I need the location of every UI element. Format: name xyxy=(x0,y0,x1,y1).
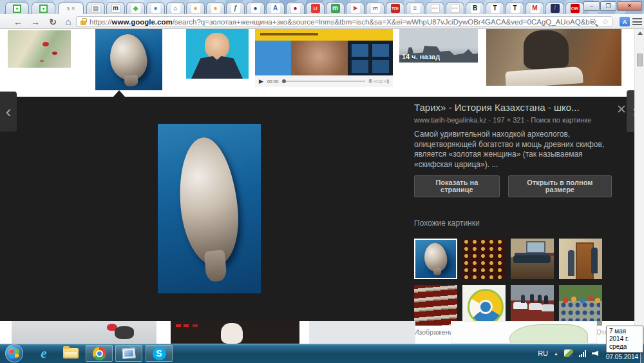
network-signal-icon[interactable] xyxy=(579,350,586,357)
thumbnail-person-in-white-headscarf[interactable] xyxy=(171,321,299,344)
date-tooltip: 7 мая 2014 г. среда xyxy=(606,326,643,353)
related-image-people-at-door[interactable] xyxy=(559,239,602,279)
gold-coin-favicon: ● xyxy=(191,4,200,13)
zoom-level-icon[interactable] xyxy=(590,19,596,25)
window-controls: – ❐ ✕ xyxy=(583,1,642,11)
result-title-link[interactable]: Тарих» - История Казахстана - шко... xyxy=(414,102,612,113)
file-explorer-icon[interactable] xyxy=(60,345,82,362)
tooltip-weekday: среда xyxy=(609,343,640,351)
show-on-page-button[interactable]: Показать на странице xyxy=(414,175,500,197)
address-bar[interactable]: https://www.google.com/search?q=золотая+… xyxy=(76,16,612,27)
thumbnail-region-map[interactable] xyxy=(451,321,597,344)
preview-image-silver-head[interactable] xyxy=(158,124,261,293)
pinned-tab[interactable]: ▤ xyxy=(86,2,105,14)
chrome-taskbar-button[interactable] xyxy=(86,345,113,362)
tsn-favicon: ТСН xyxy=(391,4,400,13)
lock-icon[interactable] xyxy=(80,21,86,25)
pinned-tab[interactable]: ● xyxy=(146,2,165,14)
tray-expand-icon[interactable]: ▲ xyxy=(554,351,558,356)
folder-icon xyxy=(63,348,79,358)
pinned-tab[interactable]: ⋯ xyxy=(426,2,444,14)
pinned-tab[interactable]: m xyxy=(326,2,345,14)
close-button[interactable]: ✕ xyxy=(617,1,642,11)
result-meta: www.tarih-begalinka.kz - 197 × 321 - Пои… xyxy=(414,116,612,124)
pinned-tab[interactable]: ≡ xyxy=(406,2,424,14)
pinned-tab[interactable]: ● xyxy=(286,2,305,14)
tab-close-icon[interactable]: × xyxy=(71,6,75,12)
thumbnail-video-player[interactable]: ▶ 00:00 ⊞ ◁ ▭ ◁) xyxy=(255,29,393,87)
pinned-tab[interactable]: T xyxy=(506,2,524,14)
related-image-metal-bracelets[interactable] xyxy=(414,285,457,326)
arrow-favicon: ➤ xyxy=(351,4,360,13)
play-icon[interactable]: ▶ xyxy=(259,78,263,84)
volume-icon[interactable] xyxy=(592,351,598,356)
thumbnail-hands-with-money[interactable] xyxy=(8,30,71,68)
green-grid-favicon: ▼ xyxy=(39,5,48,13)
clock-date: 07.05.2014 xyxy=(606,353,638,360)
translate-icon[interactable]: A xyxy=(620,17,630,26)
active-tab-google-images[interactable]: з × xyxy=(58,2,84,14)
thumbnail-age-label: 14 ч. назад xyxy=(402,53,440,61)
chrome-icon xyxy=(93,347,106,360)
previous-image-button[interactable]: ‹ xyxy=(0,92,17,132)
forward-button[interactable]: → xyxy=(29,16,42,27)
language-indicator[interactable]: RU xyxy=(538,349,548,357)
pinned-tab[interactable]: ƒ xyxy=(226,2,245,14)
pinned-tab[interactable]: ● xyxy=(186,2,205,14)
internet-explorer-icon[interactable]: e xyxy=(34,345,53,362)
related-image-gold-artifacts[interactable] xyxy=(462,239,506,279)
maximize-button[interactable]: ❐ xyxy=(600,1,616,11)
related-image-round-emblem[interactable] xyxy=(462,285,506,326)
menu-icon[interactable] xyxy=(632,18,642,25)
pinned-tab[interactable]: ● xyxy=(206,2,225,14)
minimize-button[interactable]: – xyxy=(583,1,600,11)
pinned-tab[interactable]: T xyxy=(486,2,504,14)
pinned-tab[interactable]: УП xyxy=(366,2,384,14)
bookmark-star-icon[interactable]: ☆ xyxy=(601,17,609,26)
pinned-tab[interactable]: M xyxy=(526,2,544,14)
video-extra-icons[interactable]: ⊞ ◁ ▭ ◁) xyxy=(369,79,389,84)
thumbnail-city-skyline[interactable]: 14 ч. назад xyxy=(399,29,478,63)
related-image-silver-head-sculpture[interactable] xyxy=(414,239,457,279)
related-image-police-cars[interactable] xyxy=(511,285,554,326)
pinned-tab[interactable]: B xyxy=(466,2,484,14)
pinned-tab[interactable]: LI xyxy=(306,2,325,14)
browser-tab[interactable]: ▼ xyxy=(5,2,29,14)
pinned-tab[interactable]: A xyxy=(266,2,285,14)
pinned-tab[interactable]: ТСН xyxy=(386,2,404,14)
page-scrollbar[interactable] xyxy=(634,29,644,344)
video-controls[interactable]: ▶ 00:00 ⊞ ◁ ▭ ◁) xyxy=(255,75,393,87)
thumbnail-man-portrait[interactable] xyxy=(186,29,249,79)
preview-details: Тарих» - История Казахстана - шко... www… xyxy=(414,102,612,336)
thumbnail-person-with-red-beret[interactable] xyxy=(12,321,156,344)
pinned-tab[interactable]: ➤ xyxy=(346,2,365,14)
browser-toolbar: ← → ↻ ⌂ https://www.google.com/search?q=… xyxy=(0,14,644,29)
start-button[interactable] xyxy=(5,344,23,362)
related-image-press-conference[interactable] xyxy=(511,239,554,279)
pinned-tab[interactable]: ● xyxy=(246,2,265,14)
back-button[interactable]: ← xyxy=(12,16,24,27)
reload-button[interactable]: ↻ xyxy=(46,16,59,27)
skype-taskbar-button[interactable]: S xyxy=(146,345,173,362)
pinned-tab[interactable]: CNN xyxy=(565,2,584,14)
pinned-tab[interactable]: ⌂ xyxy=(166,2,185,14)
video-progress-bar[interactable] xyxy=(282,81,365,82)
photo-viewer-icon xyxy=(122,348,135,358)
pinned-tab[interactable]: / xyxy=(545,2,564,14)
open-full-size-button[interactable]: Открыть в полном размере xyxy=(508,175,612,197)
scrollbar-thumb[interactable] xyxy=(637,54,643,66)
scrollbar-up-arrow[interactable] xyxy=(638,32,643,35)
related-image-crowd-in-blue[interactable] xyxy=(559,285,602,326)
pinned-tab[interactable]: ◆ xyxy=(126,2,145,14)
home-button[interactable]: ⌂ xyxy=(62,16,75,27)
close-preview-icon[interactable]: ✕ xyxy=(616,103,627,115)
thumbnail-man-at-desk[interactable] xyxy=(486,29,621,86)
pinned-tab[interactable]: ⋯ xyxy=(446,2,464,14)
thumbnail-silver-head-selected[interactable] xyxy=(95,29,162,90)
tray-app-icon[interactable] xyxy=(564,349,573,357)
active-tab-favicon: з xyxy=(67,5,70,12)
thumbnail-light-sky-image[interactable] xyxy=(309,321,415,344)
pinned-tab[interactable]: m xyxy=(106,2,125,14)
photo-viewer-taskbar-button[interactable] xyxy=(115,345,142,362)
browser-tab[interactable]: ▼ xyxy=(32,2,55,14)
